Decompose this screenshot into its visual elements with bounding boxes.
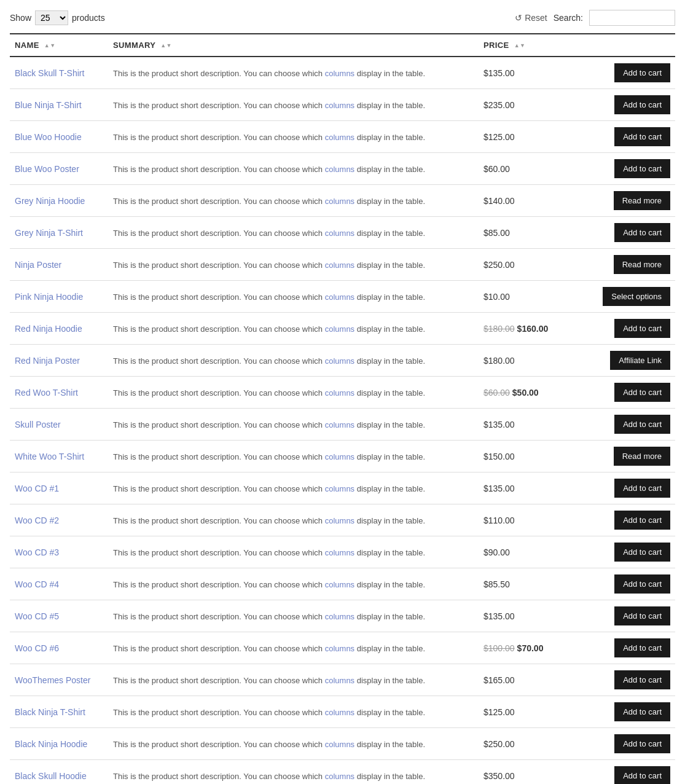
product-name-link[interactable]: Blue Woo Poster xyxy=(15,164,79,174)
product-name-link[interactable]: Woo CD #1 xyxy=(15,484,59,493)
columns-link[interactable]: columns xyxy=(325,324,354,334)
select-options-button[interactable]: Select options xyxy=(603,287,670,306)
product-summary: This is the product short description. Y… xyxy=(108,728,479,760)
col-header-name[interactable]: NAME ▲▼ xyxy=(10,34,108,57)
product-summary: This is the product short description. Y… xyxy=(108,504,479,536)
col-header-price[interactable]: PRICE ▲▼ xyxy=(479,34,577,57)
add-to-cart-button[interactable]: Add to cart xyxy=(614,574,670,594)
columns-link[interactable]: columns xyxy=(325,261,354,270)
product-name-link[interactable]: Blue Woo Hoodie xyxy=(15,132,82,142)
price-regular: $60.00 xyxy=(483,164,510,174)
add-to-cart-button[interactable]: Add to cart xyxy=(614,606,670,625)
product-name-link[interactable]: Black Ninja Hoodie xyxy=(15,739,87,749)
product-name-link[interactable]: Woo CD #4 xyxy=(15,579,59,589)
per-page-select[interactable]: 25 10 50 100 xyxy=(35,10,68,25)
columns-link[interactable]: columns xyxy=(325,420,354,429)
product-name-link[interactable]: Black Ninja T-Shirt xyxy=(15,707,85,717)
product-name-link[interactable]: Woo CD #3 xyxy=(15,547,59,557)
columns-link[interactable]: columns xyxy=(325,388,354,398)
product-name-link[interactable]: Woo CD #5 xyxy=(15,611,59,621)
add-to-cart-button[interactable]: Add to cart xyxy=(614,415,670,434)
product-summary: This is the product short description. Y… xyxy=(108,409,479,441)
product-name-link[interactable]: Blue Ninja T-Shirt xyxy=(15,100,82,110)
columns-link[interactable]: columns xyxy=(325,580,354,589)
show-label: Show xyxy=(10,13,31,23)
table-row: Grey Ninja HoodieThis is the product sho… xyxy=(10,185,675,217)
add-to-cart-button[interactable]: Add to cart xyxy=(614,479,670,498)
product-name-link[interactable]: Skull Poster xyxy=(15,420,61,429)
add-to-cart-button[interactable]: Add to cart xyxy=(614,127,670,146)
columns-link[interactable]: columns xyxy=(325,644,354,653)
product-price: $85.00 xyxy=(479,217,577,249)
add-to-cart-button[interactable]: Add to cart xyxy=(614,319,670,338)
product-name-link[interactable]: WooThemes Poster xyxy=(15,675,90,685)
add-to-cart-button[interactable]: Add to cart xyxy=(614,63,670,82)
columns-link[interactable]: columns xyxy=(325,484,354,493)
product-name-link[interactable]: Grey Ninja T-Shirt xyxy=(15,228,83,238)
price-sale: $50.00 xyxy=(512,388,539,398)
table-row: Grey Ninja T-ShirtThis is the product sh… xyxy=(10,217,675,249)
add-to-cart-button[interactable]: Add to cart xyxy=(614,670,670,689)
price-sale: $70.00 xyxy=(517,643,544,653)
product-name-link[interactable]: Woo CD #2 xyxy=(15,515,59,525)
columns-link[interactable]: columns xyxy=(325,548,354,557)
read-more-button[interactable]: Read more xyxy=(614,191,670,210)
product-action-cell: Add to cart xyxy=(577,664,675,696)
table-row: Blue Woo PosterThis is the product short… xyxy=(10,153,675,185)
search-label: Search: xyxy=(554,13,583,23)
product-name-link[interactable]: Red Woo T-Shirt xyxy=(15,388,78,398)
columns-link[interactable]: columns xyxy=(325,740,354,749)
columns-link[interactable]: columns xyxy=(325,197,354,206)
col-header-summary[interactable]: SUMMARY ▲▼ xyxy=(108,34,479,57)
affiliate-link-button[interactable]: Affiliate Link xyxy=(610,351,670,370)
add-to-cart-button[interactable]: Add to cart xyxy=(614,766,670,784)
columns-link[interactable]: columns xyxy=(325,356,354,366)
columns-link[interactable]: columns xyxy=(325,101,354,110)
add-to-cart-button[interactable]: Add to cart xyxy=(614,223,670,242)
product-summary: This is the product short description. Y… xyxy=(108,536,479,568)
product-name-link[interactable]: Ninja Poster xyxy=(15,260,61,270)
add-to-cart-button[interactable]: Add to cart xyxy=(614,734,670,753)
product-name-link[interactable]: Red Ninja Poster xyxy=(15,356,80,366)
product-price: $135.00 xyxy=(479,600,577,632)
columns-link[interactable]: columns xyxy=(325,292,354,302)
columns-link[interactable]: columns xyxy=(325,452,354,461)
columns-link[interactable]: columns xyxy=(325,229,354,238)
product-action-cell: Add to cart xyxy=(577,121,675,153)
product-name-link[interactable]: Grey Ninja Hoodie xyxy=(15,196,85,206)
reset-button[interactable]: ↺ Reset xyxy=(515,13,547,23)
read-more-button[interactable]: Read more xyxy=(614,447,670,466)
add-to-cart-button[interactable]: Add to cart xyxy=(614,95,670,114)
columns-link[interactable]: columns xyxy=(325,133,354,142)
product-price: $90.00 xyxy=(479,536,577,568)
columns-link[interactable]: columns xyxy=(325,676,354,685)
price-regular: $250.00 xyxy=(483,739,515,749)
product-name-link[interactable]: Black Skull Hoodie xyxy=(15,771,87,781)
table-row: Blue Woo HoodieThis is the product short… xyxy=(10,121,675,153)
add-to-cart-button[interactable]: Add to cart xyxy=(614,702,670,721)
columns-link[interactable]: columns xyxy=(325,708,354,717)
columns-link[interactable]: columns xyxy=(325,772,354,781)
search-input[interactable] xyxy=(589,10,675,26)
product-price: $135.00 xyxy=(479,472,577,504)
price-regular: $165.00 xyxy=(483,675,515,685)
add-to-cart-button[interactable]: Add to cart xyxy=(614,511,670,530)
product-name-link[interactable]: Pink Ninja Hoodie xyxy=(15,292,83,302)
add-to-cart-button[interactable]: Add to cart xyxy=(614,543,670,562)
product-name-link[interactable]: Red Ninja Hoodie xyxy=(15,324,82,334)
columns-link[interactable]: columns xyxy=(325,165,354,174)
add-to-cart-button[interactable]: Add to cart xyxy=(614,638,670,657)
columns-link[interactable]: columns xyxy=(325,69,354,78)
add-to-cart-button[interactable]: Add to cart xyxy=(614,159,670,178)
product-summary: This is the product short description. Y… xyxy=(108,185,479,217)
product-price: $250.00 xyxy=(479,728,577,760)
product-name-link[interactable]: White Woo T-Shirt xyxy=(15,452,84,461)
product-name-link[interactable]: Woo CD #6 xyxy=(15,643,59,653)
price-sale: $160.00 xyxy=(517,324,549,334)
columns-link[interactable]: columns xyxy=(325,612,354,621)
columns-link[interactable]: columns xyxy=(325,516,354,525)
read-more-button[interactable]: Read more xyxy=(614,255,670,274)
product-action-cell: Read more xyxy=(577,185,675,217)
add-to-cart-button[interactable]: Add to cart xyxy=(614,383,670,402)
product-name-link[interactable]: Black Skull T-Shirt xyxy=(15,68,84,78)
